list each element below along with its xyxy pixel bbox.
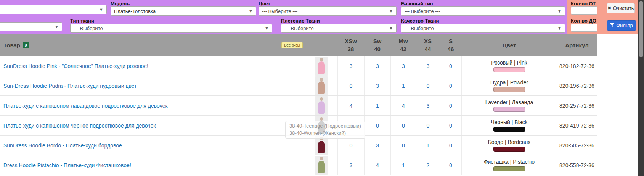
product-thumbnail[interactable] xyxy=(315,57,328,76)
chevron-down-icon: ▼ xyxy=(389,9,393,13)
stock-count-link[interactable]: 1 xyxy=(402,162,405,168)
filter-funnel-icon xyxy=(610,23,614,27)
product-link[interactable]: Платье-худи с капюшоном лавандовое подро… xyxy=(3,103,168,109)
product-thumbnail[interactable] xyxy=(315,136,328,155)
sku-value: 820-196-72-36 xyxy=(557,76,597,95)
product-thumbnail[interactable] xyxy=(315,76,328,95)
color-column-header: Цвет xyxy=(462,34,557,56)
qty-from-label: Кол-во ОТ xyxy=(571,1,596,6)
color-swatch xyxy=(493,127,525,132)
stock-count-link[interactable]: 0 xyxy=(449,103,452,109)
color-select[interactable]: --- Выберите --- ▼ xyxy=(259,6,397,16)
stock-count-link[interactable]: 0 xyxy=(427,123,430,129)
size-column-header: Sw 40 xyxy=(364,34,390,56)
product-link[interactable]: Платье-худи с капюшоном черное подростко… xyxy=(3,123,156,129)
stock-count-link[interactable]: 0 xyxy=(350,142,353,149)
stock-count-link[interactable]: 4 xyxy=(350,103,353,109)
stock-count-link[interactable]: 3 xyxy=(376,63,379,69)
table-row: SunDress Hoodie Bordo - Платье-худи борд… xyxy=(0,136,597,155)
fabric-quality-select[interactable]: --- Выберите --- ▼ xyxy=(401,24,565,33)
product-link[interactable]: SunDress Hoodie Bordo - Платье-худи борд… xyxy=(3,142,122,149)
stock-count-link[interactable]: 3 xyxy=(350,162,353,168)
stock-count-link[interactable]: 0 xyxy=(449,123,452,129)
chevron-down-icon: ▼ xyxy=(389,26,393,31)
product-link[interactable]: Sun-Dress Hoodie Pudra - Платье-худи пуд… xyxy=(3,83,137,89)
qty-from-input[interactable] xyxy=(571,6,597,15)
table-row: Dress Hoodie Pistachio - Платье-худи Фис… xyxy=(0,155,597,175)
base-type-select[interactable]: --- Выберите --- ▼ xyxy=(401,6,565,16)
size-column-header: XSw 38 xyxy=(337,34,364,56)
stock-count-link[interactable]: 1 xyxy=(376,103,379,109)
stock-count-link[interactable]: 1 xyxy=(427,142,430,149)
product-thumbnail[interactable] xyxy=(315,96,328,115)
fabric-type-select-value: --- Выберите --- xyxy=(74,26,109,31)
fabric-weave-filter-label: Плетение Ткани xyxy=(281,18,320,24)
all-sizes-badge[interactable]: Все р-ры xyxy=(281,42,303,48)
stock-count-link[interactable]: 0 xyxy=(350,83,353,89)
drag-ghost-tooltip: 38-40-Teenage-(Подростковый) 38-40-Women… xyxy=(285,121,365,139)
color-swatch xyxy=(493,107,525,112)
product-link[interactable]: SunDress Hoodie Pink - "Солнечное" Плать… xyxy=(3,63,148,69)
scrollbar-thumb[interactable] xyxy=(639,1,643,57)
clear-icon: ✖ xyxy=(608,6,611,11)
stock-count-link[interactable]: 0 xyxy=(376,123,379,129)
color-label: Фисташка | Pistachio xyxy=(484,159,535,165)
color-swatch xyxy=(493,67,525,72)
stock-count-link[interactable]: 0 xyxy=(402,142,405,149)
chevron-down-icon: ▼ xyxy=(265,26,269,31)
stock-count-link[interactable]: 3 xyxy=(427,63,430,69)
product-link[interactable]: Dress Hoodie Pistachio - Платье-худи Фис… xyxy=(3,162,131,168)
stock-count-link[interactable]: 2 xyxy=(427,162,430,168)
vertical-scrollbar[interactable] xyxy=(638,0,644,176)
stock-count-link[interactable]: 0 xyxy=(402,123,405,129)
table-right-divider xyxy=(597,34,597,176)
left-filter-select-1[interactable]: ▼ xyxy=(0,5,107,14)
product-thumbnail[interactable] xyxy=(315,156,328,175)
stock-count-link[interactable]: 3 xyxy=(376,142,379,149)
color-label: Lavender | Лаванда xyxy=(485,99,533,105)
color-select-value: --- Выберите --- xyxy=(262,8,297,14)
product-column-header: Товар xyxy=(3,42,20,48)
stock-count-link[interactable]: 0 xyxy=(449,63,452,69)
stock-count-link[interactable]: 4 xyxy=(376,162,379,168)
fabric-weave-select-value: --- Выберите --- xyxy=(284,26,320,31)
chevron-down-icon: ▼ xyxy=(557,9,562,13)
table-row: SunDress Hoodie Pink - "Солнечное" Плать… xyxy=(0,56,597,76)
stock-count-link[interactable]: 0 xyxy=(449,142,452,149)
model-select-value: Платье-Толстовка xyxy=(114,8,156,14)
left-filter-select-2[interactable]: ▼ xyxy=(0,22,62,31)
qty-to-input[interactable] xyxy=(571,24,597,32)
fabric-type-select[interactable]: --- Выберите --- ▼ xyxy=(70,24,272,33)
thumbnail-column-header xyxy=(305,34,337,56)
sku-value: 820-182-72-36 xyxy=(557,56,597,76)
color-swatch xyxy=(493,166,525,171)
stock-count-link[interactable]: 0 xyxy=(449,83,452,89)
chevron-down-icon: ▼ xyxy=(249,9,253,13)
sku-value: 820-505-72-36 xyxy=(557,136,597,155)
stock-count-link[interactable]: 3 xyxy=(427,103,430,109)
excel-export-icon[interactable]: X xyxy=(23,42,29,48)
stock-count-link[interactable]: 0 xyxy=(449,162,452,168)
fabric-quality-filter-label: Качество Ткани xyxy=(401,18,439,24)
size-column-header: S 46 xyxy=(440,34,462,56)
model-select[interactable]: Платье-Толстовка ▼ xyxy=(111,6,256,16)
color-label: Розовый | Pink xyxy=(491,60,527,66)
stock-count-link[interactable]: 3 xyxy=(402,63,405,69)
fabric-weave-select[interactable]: --- Выберите --- ▼ xyxy=(281,24,397,33)
table-header: Товар X Все р-ры XSw 38 Sw 40 Mw 42 XS 4… xyxy=(0,34,597,56)
sku-value: 820-257-72-36 xyxy=(557,96,597,115)
clear-button[interactable]: ✖ Очистить xyxy=(607,3,635,13)
sku-column-header: Артикул xyxy=(557,34,597,56)
filter-button[interactable]: Фильтр xyxy=(607,20,636,31)
stock-count-link[interactable]: 4 xyxy=(402,103,405,109)
color-label: Черный | Black xyxy=(491,119,527,125)
stock-count-link[interactable]: 3 xyxy=(376,83,379,89)
qty-to-label: Кол-во ДО xyxy=(571,18,596,24)
fabric-type-filter-label: Тип ткани xyxy=(70,18,94,24)
stock-count-link[interactable]: 1 xyxy=(402,83,405,89)
fabric-quality-select-value: --- Выберите --- xyxy=(405,26,440,31)
stock-count-link[interactable]: 0 xyxy=(427,83,430,89)
stock-count-link[interactable]: 3 xyxy=(350,63,353,69)
table-body: SunDress Hoodie Pink - "Солнечное" Плать… xyxy=(0,56,597,175)
color-label: Пудра | Powder xyxy=(490,79,528,86)
